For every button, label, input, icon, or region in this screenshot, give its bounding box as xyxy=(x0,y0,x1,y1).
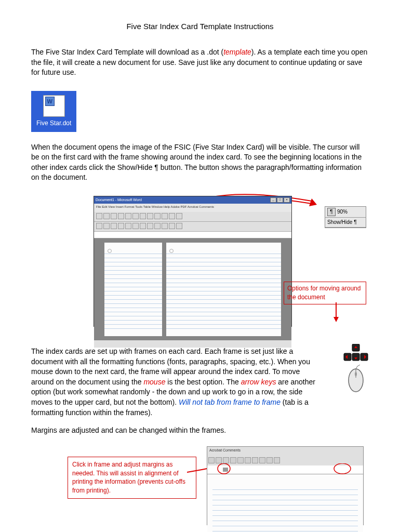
para3-2: is the best option. The xyxy=(165,378,241,386)
word-toolbar2 xyxy=(94,222,291,232)
options-arrow xyxy=(328,302,344,323)
word-ruler xyxy=(94,232,291,238)
word-canvas xyxy=(94,238,291,340)
zoom-text: 90% xyxy=(337,208,348,216)
file-icon: Five Star.dot xyxy=(31,91,76,132)
para1-pre: The Five Star Index Card Template will d… xyxy=(31,48,223,56)
svg-point-6 xyxy=(355,372,357,376)
word-screenshot-section: Document1 - Microsoft Word _ □ × File Ed… xyxy=(31,191,369,331)
para3: The index cards are set up with frames o… xyxy=(31,347,369,418)
para2: When the document opens the image of the… xyxy=(31,142,369,183)
mouse-emphasis: mouse xyxy=(143,378,165,386)
word-window: Document1 - Microsoft Word _ □ × File Ed… xyxy=(94,196,292,327)
margins-section: Click in frame and adjust margins as nee… xyxy=(31,444,369,532)
word-titlebar: Document1 - Microsoft Word _ □ × xyxy=(94,196,291,204)
ruler-doc-area xyxy=(207,474,363,532)
word-title-text: Document1 - Microsoft Word xyxy=(96,197,142,203)
close-icon: × xyxy=(284,197,290,203)
showhide-row: Show/Hide ¶ xyxy=(325,218,366,228)
file-icon-label: Five Star.dot xyxy=(36,119,71,128)
word-toolbar1 xyxy=(94,212,291,222)
ruler-toolbar-label: Acrobat Comments xyxy=(207,447,363,456)
index-card-right xyxy=(166,243,281,336)
pilcrow-icon: ¶ xyxy=(327,208,336,216)
template-emphasis: template xyxy=(223,48,251,56)
word-menubar: File Edit View Insert Format Tools Table… xyxy=(94,204,291,212)
arrow-keys-icon xyxy=(338,344,374,362)
ruler-bar xyxy=(207,466,363,474)
options-callout: Options for moving around the document xyxy=(284,282,366,304)
tab-emphasis: Will not tab from frame to frame xyxy=(179,398,281,406)
svg-point-7 xyxy=(218,463,230,474)
zoom-row: ¶ 90% xyxy=(325,207,366,218)
showhide-callout: ¶ 90% Show/Hide ¶ xyxy=(325,206,366,228)
window-controls: _ □ × xyxy=(270,197,290,203)
para4: Margins are adjusted and can be changed … xyxy=(31,425,369,436)
nav-icons xyxy=(338,344,374,393)
word-doc-icon xyxy=(43,95,65,117)
nav-section: The index cards are set up with frames o… xyxy=(31,347,369,418)
svg-point-8 xyxy=(334,463,351,474)
ruler-screenshot: Acrobat Comments xyxy=(207,446,364,525)
mouse-icon xyxy=(338,365,374,393)
arrowkeys-emphasis: arrow keys xyxy=(241,378,276,386)
minimize-icon: _ xyxy=(270,197,276,203)
intro-paragraph: The Five Star Index Card Template will d… xyxy=(31,47,369,78)
maximize-icon: □ xyxy=(277,197,283,203)
showhide-text: Show/Hide ¶ xyxy=(327,219,357,226)
index-card-left xyxy=(104,243,162,336)
page-title: Five Star Index Card Template Instructio… xyxy=(31,21,369,32)
margins-callout: Click in frame and adjust margins as nee… xyxy=(68,457,196,499)
ruler-circles xyxy=(207,463,363,476)
